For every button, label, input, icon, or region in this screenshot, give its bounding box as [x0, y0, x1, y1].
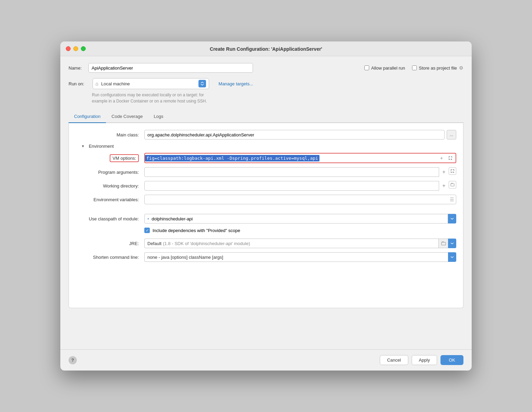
ok-button[interactable]: OK	[440, 355, 463, 365]
dialog-content: Name: Allow parallel run Store as projec…	[60, 56, 472, 349]
working-dir-label: Working directory:	[76, 183, 144, 189]
name-row: Name: Allow parallel run Store as projec…	[69, 63, 463, 73]
shorten-select-wrapper: none - java [options] className [args]	[144, 252, 456, 262]
run-on-chevron-icon[interactable]	[198, 80, 206, 87]
classpath-label: Use classpath of module:	[76, 216, 144, 221]
program-args-input[interactable]	[144, 167, 439, 177]
run-on-row: Run on: ⌂ Local machine Manage targets..…	[69, 78, 463, 89]
module-icon: ▪	[147, 216, 149, 221]
header-checkboxes: Allow parallel run Store as project file…	[364, 65, 463, 71]
gear-icon[interactable]: ⚙	[459, 65, 463, 71]
tab-configuration[interactable]: Configuration	[69, 111, 106, 123]
maximize-button[interactable]	[81, 46, 86, 51]
tab-bar: Configuration Code Coverage Logs	[69, 111, 463, 123]
working-dir-input-group: +	[144, 181, 456, 191]
working-dir-row: Working directory: +	[76, 181, 456, 191]
shorten-dropdown-button[interactable]	[448, 252, 456, 262]
jre-select-wrapper: Default (1.8 - SDK of 'dolphinscheduler-…	[144, 239, 456, 248]
footer: ? Cancel Apply OK	[60, 349, 472, 371]
help-button[interactable]: ?	[69, 356, 77, 364]
shorten-label: Shorten command line:	[76, 255, 144, 260]
run-on-text: Local machine	[101, 81, 196, 86]
working-dir-input[interactable]	[144, 181, 439, 191]
env-vars-list-icon[interactable]: ☰	[450, 197, 454, 202]
working-dir-add-icon[interactable]: +	[439, 181, 449, 191]
jre-detail-text: (1.8 - SDK of 'dolphinscheduler-api' mod…	[163, 241, 250, 246]
include-deps-checkbox[interactable]: ✓	[144, 228, 150, 233]
jre-folder-button[interactable]	[438, 239, 448, 248]
environment-section-header: ▼ Environment	[76, 144, 456, 149]
main-class-label: Main class:	[76, 132, 144, 137]
program-args-expand-icon[interactable]	[449, 167, 456, 175]
dialog-title: Create Run Configuration: 'ApiApplicatio…	[210, 46, 322, 52]
minimize-button[interactable]	[73, 46, 78, 51]
main-class-input[interactable]	[144, 130, 445, 140]
run-on-label: Run on:	[69, 81, 84, 86]
program-args-label: Program arguments:	[76, 170, 144, 175]
dialog: Create Run Configuration: 'ApiApplicatio…	[60, 41, 472, 371]
vm-options-input-wrapper: fig=classpath:logback-api.xml -Dspring.p…	[144, 153, 456, 163]
store-project-item: Store as project file ⚙	[412, 65, 463, 71]
name-label: Name:	[69, 65, 82, 71]
close-button[interactable]	[66, 46, 71, 51]
environment-section-title: Environment	[89, 144, 114, 149]
main-class-row: Main class: ...	[76, 130, 456, 140]
allow-parallel-label: Allow parallel run	[371, 65, 405, 71]
env-vars-label: Environment variables:	[76, 197, 144, 202]
env-vars-row: Environment variables: ☰	[76, 195, 456, 204]
vm-options-row: VM options: fig=classpath:logback-api.xm…	[76, 153, 456, 163]
allow-parallel-item: Allow parallel run	[364, 65, 405, 71]
shorten-buttons	[448, 252, 456, 262]
env-vars-input-wrapper: ☰	[144, 195, 456, 204]
env-vars-input[interactable]	[144, 195, 456, 204]
vm-options-label-wrapper: VM options:	[76, 154, 144, 162]
jre-buttons	[438, 239, 456, 248]
classpath-value: dolphinscheduler-api	[152, 216, 193, 221]
tab-logs[interactable]: Logs	[148, 111, 169, 123]
classpath-row: Use classpath of module: ▪ dolphinschedu…	[76, 214, 456, 223]
shorten-value-text: none - java [options] className [args]	[147, 255, 223, 260]
store-project-checkbox[interactable]	[412, 65, 417, 70]
vm-options-icons: +	[438, 154, 454, 162]
working-dir-browse-icon[interactable]	[449, 181, 456, 189]
jre-dropdown-button[interactable]	[448, 239, 456, 248]
include-deps-label: Include dependencies with "Provided" sco…	[153, 228, 240, 233]
jre-default-text: Default	[147, 241, 161, 246]
classpath-select-group: ▪ dolphinscheduler-api	[144, 214, 456, 223]
tab-code-coverage[interactable]: Code Coverage	[106, 111, 148, 123]
footer-buttons: Cancel Apply OK	[380, 355, 463, 365]
program-args-add-icon[interactable]: +	[439, 167, 449, 177]
classpath-select[interactable]: ▪ dolphinscheduler-api	[144, 214, 448, 223]
collapse-triangle-icon[interactable]: ▼	[81, 144, 85, 148]
main-class-browse-button[interactable]: ...	[447, 130, 456, 140]
traffic-lights	[66, 46, 86, 51]
program-args-row: Program arguments: +	[76, 167, 456, 177]
shorten-select[interactable]: none - java [options] className [args]	[144, 252, 448, 262]
include-deps-row: ✓ Include dependencies with "Provided" s…	[76, 228, 456, 233]
jre-row: JRE: Default (1.8 - SDK of 'dolphinsched…	[76, 239, 456, 248]
store-project-label: Store as project file	[419, 65, 457, 71]
run-on-hint: Run configurations may be executed local…	[92, 92, 463, 104]
apply-button[interactable]: Apply	[412, 355, 437, 365]
jre-label: JRE:	[76, 241, 144, 246]
house-icon: ⌂	[96, 81, 98, 86]
jre-select[interactable]: Default (1.8 - SDK of 'dolphinscheduler-…	[144, 239, 438, 248]
run-on-select[interactable]: ⌂ Local machine	[93, 78, 209, 89]
manage-targets-link[interactable]: Manage targets...	[219, 81, 253, 86]
program-args-input-group: +	[144, 167, 456, 177]
configuration-panel: Main class: ... ▼ Environment VM options…	[69, 123, 463, 308]
vm-options-add-icon[interactable]: +	[438, 154, 445, 162]
cancel-button[interactable]: Cancel	[380, 355, 408, 365]
classpath-dropdown-button[interactable]	[448, 214, 456, 223]
vm-options-label: VM options:	[110, 154, 139, 162]
titlebar: Create Run Configuration: 'ApiApplicatio…	[60, 41, 472, 56]
vm-options-expand-icon[interactable]	[447, 154, 454, 162]
name-input[interactable]	[88, 63, 253, 73]
vm-options-selected-text[interactable]: fig=classpath:logback-api.xml -Dspring.p…	[145, 155, 319, 161]
allow-parallel-checkbox[interactable]	[364, 65, 369, 70]
shorten-command-line-row: Shorten command line: none - java [optio…	[76, 252, 456, 262]
